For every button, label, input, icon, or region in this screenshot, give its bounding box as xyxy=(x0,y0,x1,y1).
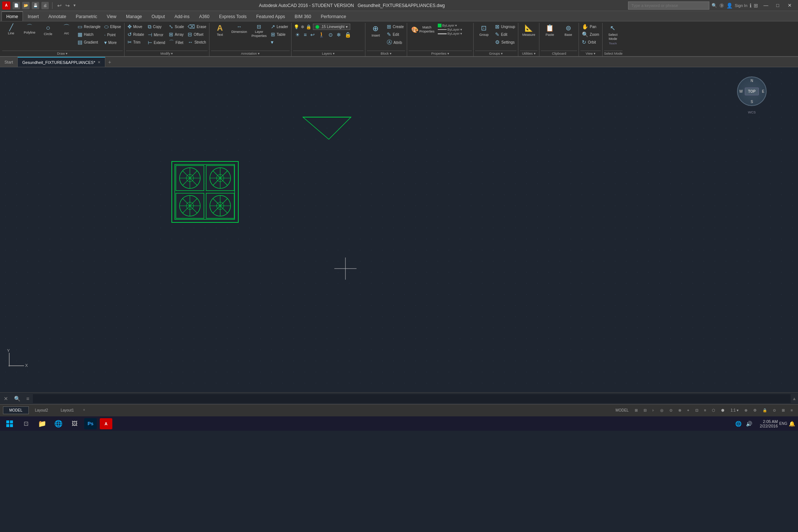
layer-isolate[interactable]: ⊙ xyxy=(327,31,334,38)
pictures-button[interactable]: 🖼 xyxy=(68,418,81,430)
otrack-toggle[interactable]: ⊗ xyxy=(676,407,683,413)
scale-button[interactable]: ⤡ Scale xyxy=(167,23,185,30)
view-group-label[interactable]: View ▾ xyxy=(580,51,601,56)
bylayer-color[interactable]: ByLayer▾ xyxy=(438,24,462,27)
select-mode-button[interactable]: ↖ SelectMode Touch xyxy=(604,23,622,46)
group-settings[interactable]: ⚙Settings xyxy=(494,38,516,46)
autocad-icon[interactable]: A xyxy=(2,1,10,10)
polar-toggle[interactable]: ◎ xyxy=(658,407,666,413)
paste-button[interactable]: 📋 Paste xyxy=(541,23,559,38)
command-close-btn[interactable]: ✕ xyxy=(1,395,10,402)
windows-start-button[interactable] xyxy=(3,418,16,430)
tab-performance[interactable]: Performance xyxy=(316,11,351,21)
stretch-button[interactable]: ↔ Stretch xyxy=(186,38,208,46)
pan-button[interactable]: ✋Pan xyxy=(580,23,601,30)
info-icon[interactable]: ℹ xyxy=(750,3,751,8)
move-button[interactable]: ✥ Move xyxy=(126,23,146,30)
mirror-button[interactable]: ⊣ Mirror xyxy=(146,31,167,38)
tp-toggle[interactable]: ⬡ xyxy=(710,407,717,413)
grid-toggle[interactable]: ⊞ xyxy=(632,407,640,413)
maximize-button[interactable]: □ xyxy=(772,1,783,10)
sign-in-label[interactable]: Sign In xyxy=(735,3,747,8)
model-status[interactable]: MODEL xyxy=(613,407,631,413)
rotate-button[interactable]: ↺ Rotate xyxy=(126,31,146,38)
sound-icon[interactable]: 🔊 xyxy=(744,420,754,427)
photoshop-button[interactable]: Ps xyxy=(84,418,97,429)
fullscreen[interactable]: ⊞ xyxy=(780,407,787,413)
create-block[interactable]: ⊞Create xyxy=(385,23,405,30)
tab-output[interactable]: Output xyxy=(147,11,170,21)
command-expand-btn[interactable]: ≡ xyxy=(24,395,31,402)
layout1-tab[interactable]: Layout1 xyxy=(54,406,80,414)
help-icon[interactable]: ⑨ xyxy=(719,3,724,8)
ellipse-button[interactable]: ⬭ Ellipse xyxy=(103,23,122,31)
tab-parametric[interactable]: Parametric xyxy=(71,11,102,21)
layer-properties-button[interactable]: ⊟ LayerProperties xyxy=(250,23,269,39)
modify-group-label[interactable]: Modify ▾ xyxy=(126,51,208,56)
leader-button[interactable]: ↗ Leader xyxy=(269,23,290,30)
annotation-expand[interactable]: ▾ xyxy=(269,38,290,46)
layer-walk[interactable]: 🚶 xyxy=(317,31,326,38)
close-button[interactable]: ✕ xyxy=(784,1,795,10)
redo-button[interactable]: ↪ xyxy=(64,2,71,9)
arc-button[interactable]: ⌒ Arc xyxy=(58,23,75,37)
clock[interactable]: 2:05 AM 2/22/2016 xyxy=(760,419,778,428)
layout2-tab[interactable]: Layout2 xyxy=(29,406,55,414)
lw-toggle[interactable]: ≡ xyxy=(702,407,709,413)
command-input[interactable] xyxy=(33,394,791,403)
annotation-group-label[interactable]: Annotation ▾ xyxy=(211,51,290,56)
dyn-toggle[interactable]: ⊡ xyxy=(693,407,700,413)
tab-start[interactable]: Start xyxy=(0,57,18,67)
group-edit[interactable]: ✎Edit xyxy=(494,31,516,38)
copy-button[interactable]: ⧉ Copy xyxy=(146,23,167,31)
autocad-taskbar-button[interactable]: A xyxy=(100,418,112,429)
clipboard-group-label[interactable]: Clipboard xyxy=(541,51,577,56)
lock-ui[interactable]: 🔒 xyxy=(760,407,769,413)
scale-dropdown[interactable]: 1:1 ▾ xyxy=(728,407,741,413)
canvas-area[interactable]: [-][Top][2D Wireframe] xyxy=(0,67,798,392)
browser-button[interactable]: 🌐 xyxy=(52,418,65,430)
ungroup-button[interactable]: ⊠Ungroup xyxy=(494,23,516,30)
rectangle-button[interactable]: ▭ Rectangle xyxy=(76,23,102,30)
measure-button[interactable]: 📐 Measure xyxy=(520,23,538,38)
bedit-button[interactable]: ✎Edit xyxy=(385,31,405,38)
compass-circle[interactable]: N S E W TOP xyxy=(737,76,767,106)
layer-match[interactable]: ≡ xyxy=(302,31,308,38)
minimize-button[interactable]: — xyxy=(760,1,771,10)
tab-manage[interactable]: Manage xyxy=(121,11,147,21)
array-button[interactable]: ⊞ Array xyxy=(167,31,185,38)
file-explorer-button[interactable]: 📁 xyxy=(35,418,49,430)
layer-freeze-vp[interactable]: ☀ xyxy=(294,31,301,38)
fillet-button[interactable]: ⌒ Fillet xyxy=(167,38,185,47)
expand-icon[interactable]: ⊞ xyxy=(754,3,758,8)
new-file-icon[interactable]: 📄 xyxy=(13,2,20,9)
tab-view[interactable]: View xyxy=(102,11,121,21)
save-icon[interactable]: 💾 xyxy=(32,2,39,9)
properties-group-label[interactable]: Properties ▾ xyxy=(409,51,472,56)
add-tab-button[interactable]: + xyxy=(105,58,114,66)
text-button[interactable]: A Text xyxy=(211,23,229,38)
tab-insert[interactable]: Insert xyxy=(23,11,44,21)
sc-toggle[interactable]: ⬢ xyxy=(719,407,727,413)
lang-indicator[interactable]: ENG xyxy=(779,422,787,426)
tab-featured[interactable]: Featured Apps xyxy=(252,11,290,21)
command-search-btn[interactable]: 🔍 xyxy=(12,395,23,402)
utilities-group-label[interactable]: Utilities ▾ xyxy=(520,51,538,56)
workspace[interactable]: ⚙ xyxy=(751,407,759,413)
layer-selector[interactable]: .15 Lineweight ▾ xyxy=(313,24,351,30)
task-view-button[interactable]: ⊡ xyxy=(19,418,33,430)
circle-button[interactable]: ○ Circle xyxy=(39,23,57,37)
layer-previous[interactable]: ↩ xyxy=(309,31,316,38)
define-attrib[interactable]: ⒶAttrib xyxy=(385,38,405,47)
block-group-label[interactable]: Block ▾ xyxy=(367,51,405,56)
hatch-button[interactable]: ▦ Hatch xyxy=(76,31,102,38)
sign-in-icon[interactable]: 👤 xyxy=(726,3,733,8)
add-layout-button[interactable]: + xyxy=(80,406,88,414)
open-icon[interactable]: 📂 xyxy=(22,2,30,9)
insert-button[interactable]: ⊕ Insert xyxy=(367,23,385,39)
line-button[interactable]: ╱ Line xyxy=(2,23,20,37)
base-button[interactable]: ⊚ Base xyxy=(559,23,577,38)
layer-freeze-btn[interactable]: ❄ xyxy=(335,31,342,38)
model-tab[interactable]: MODEL xyxy=(3,406,29,414)
tab-a360[interactable]: A360 xyxy=(194,11,214,21)
